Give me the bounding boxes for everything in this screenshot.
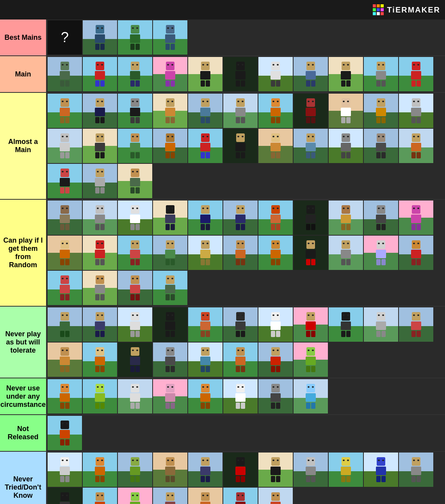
character-cell[interactable]	[258, 453, 293, 487]
character-cell[interactable]	[258, 201, 293, 235]
character-cell[interactable]	[118, 343, 152, 377]
character-cell[interactable]	[153, 307, 187, 342]
character-cell[interactable]	[329, 201, 363, 235]
character-cell[interactable]	[188, 379, 222, 413]
character-cell[interactable]	[83, 307, 117, 342]
character-cell[interactable]	[364, 201, 398, 235]
character-cell[interactable]	[48, 488, 82, 504]
character-cell[interactable]	[188, 201, 222, 235]
character-cell[interactable]	[153, 488, 187, 504]
character-cell[interactable]	[329, 453, 363, 487]
character-cell[interactable]	[48, 379, 82, 413]
character-cell[interactable]	[294, 236, 328, 270]
character-cell[interactable]	[223, 129, 258, 163]
character-cell[interactable]	[153, 271, 187, 305]
character-cell[interactable]	[118, 129, 152, 163]
character-cell[interactable]	[118, 201, 152, 235]
character-cell[interactable]	[258, 307, 293, 342]
character-cell[interactable]	[188, 343, 222, 377]
character-cell[interactable]	[188, 57, 222, 91]
character-cell[interactable]	[399, 453, 433, 487]
character-cell[interactable]	[118, 307, 152, 342]
character-cell[interactable]	[223, 379, 258, 413]
character-cell[interactable]	[83, 271, 117, 305]
character-cell[interactable]	[294, 453, 328, 487]
character-cell[interactable]	[83, 201, 117, 235]
character-cell[interactable]	[223, 94, 258, 128]
character-cell[interactable]	[294, 201, 328, 235]
character-cell[interactable]	[83, 94, 117, 128]
character-cell[interactable]	[153, 94, 187, 128]
character-cell[interactable]	[83, 57, 117, 91]
character-cell[interactable]	[258, 488, 293, 504]
character-cell[interactable]	[188, 236, 222, 270]
character-cell[interactable]	[329, 57, 363, 91]
character-cell[interactable]	[83, 379, 117, 413]
character-cell[interactable]	[364, 94, 398, 128]
character-cell[interactable]	[294, 129, 328, 163]
character-cell[interactable]	[223, 453, 258, 487]
character-cell[interactable]	[188, 94, 222, 128]
character-cell[interactable]	[118, 236, 152, 270]
character-cell[interactable]	[153, 20, 187, 55]
character-cell[interactable]	[258, 236, 293, 270]
character-cell[interactable]	[364, 129, 398, 163]
character-cell[interactable]	[153, 57, 187, 91]
character-cell[interactable]	[48, 271, 82, 305]
character-cell[interactable]	[258, 57, 293, 91]
character-cell[interactable]	[364, 236, 398, 270]
character-cell[interactable]	[294, 343, 328, 377]
character-cell[interactable]	[364, 307, 398, 342]
character-cell[interactable]	[83, 20, 117, 55]
character-cell[interactable]	[118, 379, 152, 413]
character-cell[interactable]	[399, 94, 433, 128]
character-cell[interactable]	[48, 129, 82, 163]
character-cell[interactable]	[364, 57, 398, 91]
character-cell[interactable]	[294, 379, 328, 413]
character-cell[interactable]	[83, 236, 117, 270]
character-cell[interactable]	[223, 57, 258, 91]
character-cell[interactable]	[83, 343, 117, 377]
character-cell[interactable]	[83, 453, 117, 487]
character-cell[interactable]	[294, 57, 328, 91]
character-cell[interactable]	[48, 236, 82, 270]
character-cell[interactable]	[223, 488, 258, 504]
character-cell[interactable]	[223, 236, 258, 270]
character-cell[interactable]	[153, 379, 187, 413]
character-cell[interactable]	[48, 57, 82, 91]
character-cell[interactable]	[223, 201, 258, 235]
character-cell[interactable]	[153, 201, 187, 235]
character-cell[interactable]	[118, 271, 152, 305]
character-cell[interactable]	[364, 453, 398, 487]
character-cell[interactable]	[294, 94, 328, 128]
character-cell[interactable]	[153, 453, 187, 487]
character-cell[interactable]	[153, 343, 187, 377]
character-cell[interactable]	[83, 164, 117, 198]
character-cell[interactable]	[329, 236, 363, 270]
character-cell[interactable]	[48, 201, 82, 235]
character-cell[interactable]	[294, 307, 328, 342]
character-cell[interactable]: ?	[48, 20, 82, 55]
character-cell[interactable]	[188, 129, 222, 163]
character-cell[interactable]	[48, 307, 82, 342]
character-cell[interactable]	[48, 343, 82, 377]
character-cell[interactable]	[188, 307, 222, 342]
character-cell[interactable]	[153, 129, 187, 163]
character-cell[interactable]	[188, 453, 222, 487]
character-cell[interactable]	[258, 343, 293, 377]
character-cell[interactable]	[399, 307, 433, 342]
character-cell[interactable]	[48, 453, 82, 487]
character-cell[interactable]	[188, 488, 222, 504]
character-cell[interactable]	[258, 129, 293, 163]
character-cell[interactable]	[153, 236, 187, 270]
character-cell[interactable]	[48, 164, 82, 198]
character-cell[interactable]	[223, 343, 258, 377]
character-cell[interactable]	[118, 453, 152, 487]
character-cell[interactable]	[48, 94, 82, 128]
character-cell[interactable]	[399, 236, 433, 270]
character-cell[interactable]	[399, 201, 433, 235]
character-cell[interactable]	[83, 488, 117, 504]
character-cell[interactable]	[258, 379, 293, 413]
character-cell[interactable]	[118, 488, 152, 504]
character-cell[interactable]	[83, 129, 117, 163]
